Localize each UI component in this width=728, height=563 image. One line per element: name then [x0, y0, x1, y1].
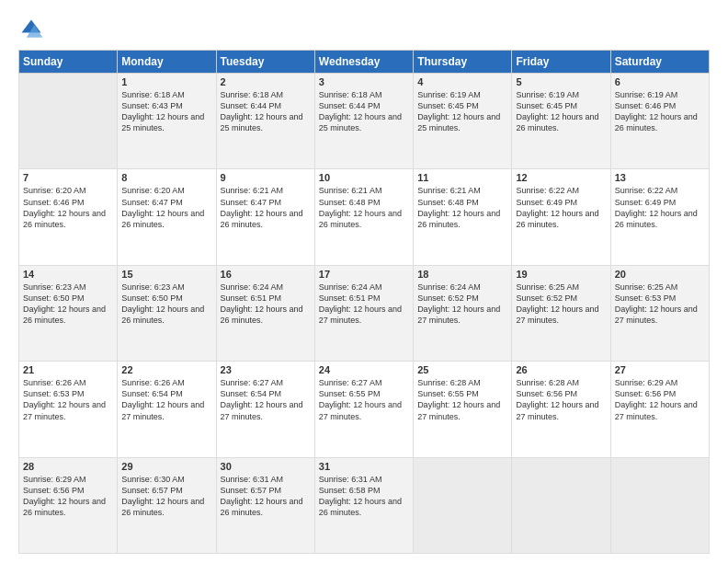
calendar-cell: 20Sunrise: 6:25 AMSunset: 6:53 PMDayligh…: [610, 265, 709, 361]
day-number: 20: [615, 269, 705, 280]
calendar-week-row: 28Sunrise: 6:29 AMSunset: 6:56 PMDayligh…: [19, 457, 710, 553]
cell-details: Sunrise: 6:31 AMSunset: 6:57 PMDaylight:…: [221, 474, 311, 519]
calendar-header-row: SundayMondayTuesdayWednesdayThursdayFrid…: [19, 51, 710, 74]
day-number: 15: [121, 269, 211, 280]
calendar-cell: 4Sunrise: 6:19 AMSunset: 6:45 PMDaylight…: [414, 74, 512, 169]
day-number: 19: [516, 269, 606, 280]
cell-details: Sunrise: 6:22 AMSunset: 6:49 PMDaylight:…: [615, 185, 705, 230]
calendar-cell: 29Sunrise: 6:30 AMSunset: 6:57 PMDayligh…: [118, 457, 216, 553]
calendar-cell: 18Sunrise: 6:24 AMSunset: 6:52 PMDayligh…: [414, 265, 512, 361]
calendar-header-sunday: Sunday: [19, 51, 118, 74]
cell-details: Sunrise: 6:19 AMSunset: 6:46 PMDaylight:…: [615, 89, 705, 134]
calendar-cell: 3Sunrise: 6:18 AMSunset: 6:44 PMDaylight…: [314, 74, 413, 169]
page: SundayMondayTuesdayWednesdayThursdayFrid…: [0, 0, 728, 563]
cell-details: Sunrise: 6:19 AMSunset: 6:45 PMDaylight:…: [516, 89, 606, 134]
calendar-cell: 21Sunrise: 6:26 AMSunset: 6:53 PMDayligh…: [19, 362, 118, 457]
day-number: 31: [319, 461, 409, 472]
day-number: 17: [319, 269, 409, 280]
day-number: 6: [615, 76, 705, 87]
day-number: 5: [516, 76, 606, 87]
day-number: 1: [121, 76, 211, 87]
calendar-header-saturday: Saturday: [610, 51, 709, 74]
day-number: 27: [615, 364, 705, 375]
calendar-cell: 10Sunrise: 6:21 AMSunset: 6:48 PMDayligh…: [314, 169, 413, 265]
day-number: 13: [615, 172, 705, 183]
calendar-header-friday: Friday: [512, 51, 610, 74]
cell-details: Sunrise: 6:23 AMSunset: 6:50 PMDaylight:…: [121, 282, 211, 327]
cell-details: Sunrise: 6:18 AMSunset: 6:44 PMDaylight:…: [319, 89, 409, 134]
calendar-cell: 27Sunrise: 6:29 AMSunset: 6:56 PMDayligh…: [610, 362, 709, 457]
calendar-cell: [512, 457, 610, 553]
day-number: 18: [417, 269, 507, 280]
day-number: 9: [221, 172, 311, 183]
calendar-cell: 9Sunrise: 6:21 AMSunset: 6:47 PMDaylight…: [216, 169, 314, 265]
day-number: 22: [121, 364, 211, 375]
day-number: 28: [23, 461, 113, 472]
cell-details: Sunrise: 6:30 AMSunset: 6:57 PMDaylight:…: [121, 474, 211, 519]
day-number: 10: [319, 172, 409, 183]
cell-details: Sunrise: 6:28 AMSunset: 6:55 PMDaylight:…: [417, 377, 507, 422]
cell-details: Sunrise: 6:19 AMSunset: 6:45 PMDaylight:…: [417, 89, 507, 134]
day-number: 14: [23, 269, 113, 280]
cell-details: Sunrise: 6:20 AMSunset: 6:46 PMDaylight:…: [23, 185, 113, 230]
calendar-table: SundayMondayTuesdayWednesdayThursdayFrid…: [18, 50, 710, 554]
day-number: 26: [516, 364, 606, 375]
calendar-week-row: 7Sunrise: 6:20 AMSunset: 6:46 PMDaylight…: [19, 169, 710, 265]
day-number: 11: [417, 172, 507, 183]
logo: [18, 17, 48, 42]
day-number: 4: [417, 76, 507, 87]
cell-details: Sunrise: 6:20 AMSunset: 6:47 PMDaylight:…: [121, 185, 211, 230]
calendar-cell: 7Sunrise: 6:20 AMSunset: 6:46 PMDaylight…: [19, 169, 118, 265]
calendar-cell: 8Sunrise: 6:20 AMSunset: 6:47 PMDaylight…: [118, 169, 216, 265]
calendar-cell: [610, 457, 709, 553]
cell-details: Sunrise: 6:21 AMSunset: 6:48 PMDaylight:…: [319, 185, 409, 230]
cell-details: Sunrise: 6:26 AMSunset: 6:53 PMDaylight:…: [23, 377, 113, 422]
calendar-week-row: 14Sunrise: 6:23 AMSunset: 6:50 PMDayligh…: [19, 265, 710, 361]
calendar-cell: 28Sunrise: 6:29 AMSunset: 6:56 PMDayligh…: [19, 457, 118, 553]
calendar-cell: 17Sunrise: 6:24 AMSunset: 6:51 PMDayligh…: [314, 265, 413, 361]
calendar-cell: 23Sunrise: 6:27 AMSunset: 6:54 PMDayligh…: [216, 362, 314, 457]
cell-details: Sunrise: 6:29 AMSunset: 6:56 PMDaylight:…: [615, 377, 705, 422]
cell-details: Sunrise: 6:25 AMSunset: 6:53 PMDaylight:…: [615, 282, 705, 327]
cell-details: Sunrise: 6:18 AMSunset: 6:44 PMDaylight:…: [221, 89, 311, 134]
day-number: 30: [221, 461, 311, 472]
calendar-week-row: 21Sunrise: 6:26 AMSunset: 6:53 PMDayligh…: [19, 362, 710, 457]
calendar-cell: 16Sunrise: 6:24 AMSunset: 6:51 PMDayligh…: [216, 265, 314, 361]
day-number: 7: [23, 172, 113, 183]
calendar-cell: [19, 74, 118, 169]
cell-details: Sunrise: 6:22 AMSunset: 6:49 PMDaylight:…: [516, 185, 606, 230]
calendar-week-row: 1Sunrise: 6:18 AMSunset: 6:43 PMDaylight…: [19, 74, 710, 169]
calendar-cell: 1Sunrise: 6:18 AMSunset: 6:43 PMDaylight…: [118, 74, 216, 169]
calendar-cell: 5Sunrise: 6:19 AMSunset: 6:45 PMDaylight…: [512, 74, 610, 169]
cell-details: Sunrise: 6:25 AMSunset: 6:52 PMDaylight:…: [516, 282, 606, 327]
day-number: 24: [319, 364, 409, 375]
calendar-cell: 30Sunrise: 6:31 AMSunset: 6:57 PMDayligh…: [216, 457, 314, 553]
calendar-cell: 26Sunrise: 6:28 AMSunset: 6:56 PMDayligh…: [512, 362, 610, 457]
calendar-cell: [414, 457, 512, 553]
calendar-cell: 31Sunrise: 6:31 AMSunset: 6:58 PMDayligh…: [314, 457, 413, 553]
day-number: 23: [221, 364, 311, 375]
cell-details: Sunrise: 6:31 AMSunset: 6:58 PMDaylight:…: [319, 474, 409, 519]
day-number: 2: [221, 76, 311, 87]
calendar-cell: 6Sunrise: 6:19 AMSunset: 6:46 PMDaylight…: [610, 74, 709, 169]
cell-details: Sunrise: 6:23 AMSunset: 6:50 PMDaylight:…: [23, 282, 113, 327]
cell-details: Sunrise: 6:24 AMSunset: 6:51 PMDaylight:…: [221, 282, 311, 327]
day-number: 3: [319, 76, 409, 87]
calendar-cell: 13Sunrise: 6:22 AMSunset: 6:49 PMDayligh…: [610, 169, 709, 265]
calendar-header-tuesday: Tuesday: [216, 51, 314, 74]
calendar-header-wednesday: Wednesday: [314, 51, 413, 74]
header: [18, 17, 710, 42]
day-number: 21: [23, 364, 113, 375]
day-number: 25: [417, 364, 507, 375]
calendar-cell: 24Sunrise: 6:27 AMSunset: 6:55 PMDayligh…: [314, 362, 413, 457]
calendar-cell: 25Sunrise: 6:28 AMSunset: 6:55 PMDayligh…: [414, 362, 512, 457]
calendar-cell: 15Sunrise: 6:23 AMSunset: 6:50 PMDayligh…: [118, 265, 216, 361]
calendar-cell: 12Sunrise: 6:22 AMSunset: 6:49 PMDayligh…: [512, 169, 610, 265]
cell-details: Sunrise: 6:29 AMSunset: 6:56 PMDaylight:…: [23, 474, 113, 519]
day-number: 12: [516, 172, 606, 183]
calendar-cell: 19Sunrise: 6:25 AMSunset: 6:52 PMDayligh…: [512, 265, 610, 361]
cell-details: Sunrise: 6:21 AMSunset: 6:47 PMDaylight:…: [221, 185, 311, 230]
cell-details: Sunrise: 6:27 AMSunset: 6:55 PMDaylight:…: [319, 377, 409, 422]
calendar-cell: 22Sunrise: 6:26 AMSunset: 6:54 PMDayligh…: [118, 362, 216, 457]
calendar-cell: 11Sunrise: 6:21 AMSunset: 6:48 PMDayligh…: [414, 169, 512, 265]
